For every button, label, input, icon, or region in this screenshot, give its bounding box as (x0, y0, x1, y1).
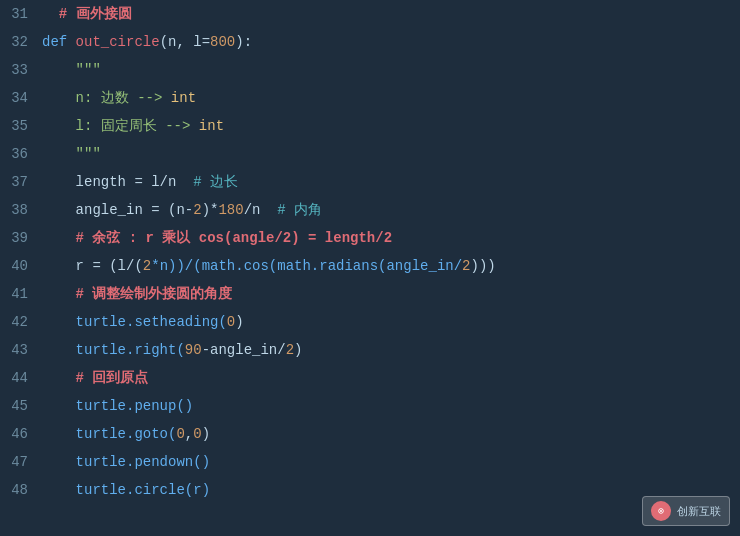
watermark-text: 创新互联 (677, 504, 721, 519)
code-row: 42 turtle.setheading(0) (0, 308, 740, 336)
code-token: 0 (227, 314, 235, 330)
line-number: 39 (0, 224, 42, 252)
line-number: 34 (0, 84, 42, 112)
code-token: # 调整绘制外接圆的角度 (42, 286, 232, 302)
code-row: 39 # 余弦 : r 乘以 cos(angle/2) = length/2 (0, 224, 740, 252)
code-token: *n))/(math.cos(math.radians(angle_in/ (151, 258, 462, 274)
line-content: """ (42, 56, 740, 84)
code-token: 2 (462, 258, 470, 274)
code-row: 47 turtle.pendown() (0, 448, 740, 476)
line-content: angle_in = (n-2)*180/n # 内角 (42, 196, 740, 224)
code-token: turtle.goto( (42, 426, 176, 442)
code-row: 31 # 画外接圆 (0, 0, 740, 28)
line-number: 33 (0, 56, 42, 84)
code-token: 0 (193, 426, 201, 442)
code-row: 36 """ (0, 140, 740, 168)
code-row: 46 turtle.goto(0,0) (0, 420, 740, 448)
code-token: ))) (471, 258, 496, 274)
line-number: 48 (0, 476, 42, 504)
line-content: turtle.goto(0,0) (42, 420, 740, 448)
code-token: length = l/n (42, 174, 193, 190)
code-token: turtle.right( (42, 342, 185, 358)
code-row: 40 r = (l/(2*n))/(math.cos(math.radians(… (0, 252, 740, 280)
code-token: # 内角 (277, 202, 322, 218)
code-token: 画外接圆 (76, 6, 132, 22)
code-token: 90 (185, 342, 202, 358)
line-content: # 调整绘制外接圆的角度 (42, 280, 740, 308)
watermark: ⊗ 创新互联 (642, 496, 730, 526)
watermark-icon: ⊗ (651, 501, 671, 521)
line-content: turtle.setheading(0) (42, 308, 740, 336)
line-content: length = l/n # 边长 (42, 168, 740, 196)
code-token: /n (244, 202, 278, 218)
code-token: 800 (210, 34, 235, 50)
code-token: angle_in = (n- (42, 202, 193, 218)
line-number: 47 (0, 448, 42, 476)
code-token: ): (235, 34, 252, 50)
code-token: 2 (286, 342, 294, 358)
code-token: ) (202, 426, 210, 442)
code-row: 34 n: 边数 --> int (0, 84, 740, 112)
code-row: 32def out_circle(n, l=800): (0, 28, 740, 56)
line-number: 36 (0, 140, 42, 168)
code-token: ) (235, 314, 243, 330)
code-token: out_circle (76, 34, 160, 50)
code-token: turtle.penup() (42, 398, 193, 414)
code-token: turtle.setheading( (42, 314, 227, 330)
code-token: 2 (193, 202, 201, 218)
line-number: 40 (0, 252, 42, 280)
line-number: 31 (0, 0, 42, 28)
line-content: # 余弦 : r 乘以 cos(angle/2) = length/2 (42, 224, 740, 252)
code-token: , (185, 426, 193, 442)
code-token: r = (l/( (42, 258, 143, 274)
line-content: def out_circle(n, l=800): (42, 28, 740, 56)
code-token: turtle.circle(r) (42, 482, 210, 498)
code-token: # 边长 (193, 174, 238, 190)
code-row: 37 length = l/n # 边长 (0, 168, 740, 196)
line-number: 41 (0, 280, 42, 308)
code-editor: 31 # 画外接圆32def out_circle(n, l=800):33 "… (0, 0, 740, 536)
code-token: def (42, 34, 76, 50)
code-row: 44 # 回到原点 (0, 364, 740, 392)
code-lines: 31 # 画外接圆32def out_circle(n, l=800):33 "… (0, 0, 740, 504)
line-number: 43 (0, 336, 42, 364)
code-token: 0 (176, 426, 184, 442)
code-token: ) (294, 342, 302, 358)
line-number: 45 (0, 392, 42, 420)
line-number: 38 (0, 196, 42, 224)
code-token: l: 固定周长 --> (42, 118, 199, 134)
code-row: 45 turtle.penup() (0, 392, 740, 420)
line-content: r = (l/(2*n))/(math.cos(math.radians(ang… (42, 252, 740, 280)
code-token: 180 (218, 202, 243, 218)
code-token: """ (42, 62, 101, 78)
code-token: (n, l= (160, 34, 210, 50)
code-token: # 回到原点 (42, 370, 148, 386)
code-row: 48 turtle.circle(r) (0, 476, 740, 504)
line-number: 32 (0, 28, 42, 56)
line-number: 37 (0, 168, 42, 196)
code-token: """ (42, 146, 101, 162)
code-token: 2 (143, 258, 151, 274)
line-content: turtle.right(90-angle_in/2) (42, 336, 740, 364)
line-content: n: 边数 --> int (42, 84, 740, 112)
code-token: -angle_in/ (202, 342, 286, 358)
code-token: turtle.pendown() (42, 454, 210, 470)
line-content: turtle.penup() (42, 392, 740, 420)
code-row: 41 # 调整绘制外接圆的角度 (0, 280, 740, 308)
code-token: n: 边数 --> (42, 90, 171, 106)
code-row: 38 angle_in = (n-2)*180/n # 内角 (0, 196, 740, 224)
line-content: """ (42, 140, 740, 168)
line-content: # 回到原点 (42, 364, 740, 392)
line-content: l: 固定周长 --> int (42, 112, 740, 140)
line-content: # 画外接圆 (42, 0, 740, 28)
code-token: )* (202, 202, 219, 218)
code-token: # 余弦 : r 乘以 cos(angle/2) = length/2 (42, 230, 392, 246)
line-number: 44 (0, 364, 42, 392)
line-number: 42 (0, 308, 42, 336)
code-token: int (199, 118, 224, 134)
code-row: 43 turtle.right(90-angle_in/2) (0, 336, 740, 364)
line-number: 35 (0, 112, 42, 140)
line-number: 46 (0, 420, 42, 448)
line-content: turtle.pendown() (42, 448, 740, 476)
code-token: int (171, 90, 196, 106)
